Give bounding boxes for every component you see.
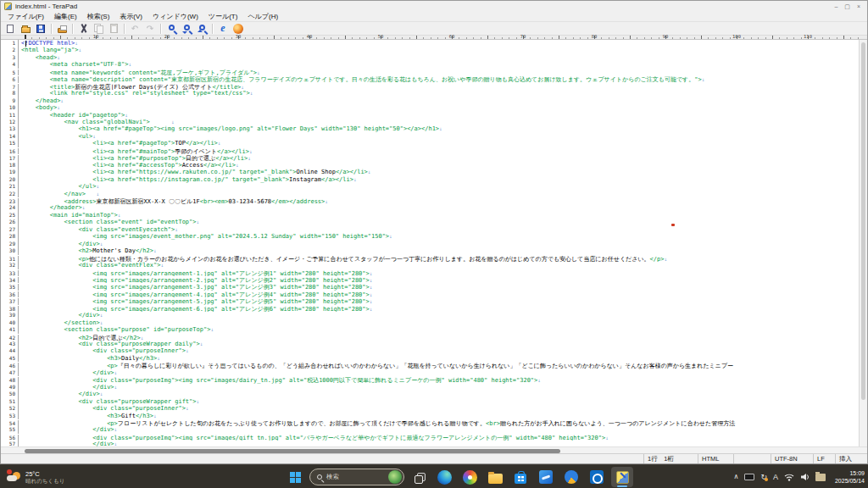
newline-mark: ↓ [370,291,373,297]
store-button[interactable] [509,467,531,487]
minimize-button[interactable]: – [834,1,837,12]
horizontal-scrollbar[interactable] [1,446,867,453]
line-number: 9 [1,97,19,104]
menu-item[interactable]: ファイル(F) [3,12,49,21]
tray-chevron-icon[interactable]: ∧ [734,473,739,481]
search-prev-icon [199,25,205,30]
edge-button[interactable] [433,467,455,487]
code-segment: </div> [21,369,114,376]
new-file-button[interactable] [3,22,18,35]
store-icon [515,474,526,484]
mail-app-button[interactable] [535,467,557,487]
menu-item[interactable]: 検索(S) [82,12,115,21]
newline-mark: ↓ [128,61,131,67]
weather-icon [7,471,21,483]
code-segment: <h2> [21,247,92,254]
code-line: 5 <meta name="keywords" content="花屋,ブーケ,… [1,69,859,75]
code-segment: <div class="purposeInner"> [21,405,186,412]
start-button-button[interactable] [284,467,306,487]
code-segment: 季節のイベント [175,148,217,154]
ruler-number: 40 [307,34,313,39]
line-number: 14 [1,133,19,140]
help-app-button[interactable] [560,467,582,487]
terapad-button[interactable] [611,467,633,487]
photos-button[interactable] [459,467,481,487]
code-line: 34 <img src="images/arrangement-2.jpg" a… [1,276,859,283]
newline-mark: ↓ [702,76,705,82]
task-view-button[interactable] [408,467,430,487]
code-segment: <p> [21,256,89,262]
code-segment: <link href="style.css" rel="stylesheet" … [21,90,250,97]
ruler-number: 20 [164,34,170,39]
ruler-origin-mark [25,35,26,39]
file-explorer-button[interactable] [484,467,506,487]
code-line: 35 <img src="images/arrangement-3.jpg" a… [1,283,859,290]
line-number: 20 [1,176,19,183]
line-number: 36 [1,291,19,297]
line-number: 54 [1,420,19,426]
menu-item[interactable]: ヘルプ(H) [242,12,283,21]
menu-item[interactable]: ツール(T) [203,12,243,21]
code-line: 15 <li><a href="#pageTop">TOP</a></li>↓ [1,140,859,147]
code-line: 45 <h3>Daily</h3>↓ [1,355,859,362]
weather-condition: 晴れのちくもり [25,478,64,485]
undo-icon: ↶ [131,24,138,33]
code-segment: <p> [21,420,118,426]
code-segment: <p> [21,363,118,369]
menu-item[interactable]: 表示(V) [114,12,147,21]
line-number: 39 [1,312,19,319]
code-line: 21 </ul>↓ [1,183,859,190]
code-area[interactable]: 1<!DOCTYPE html>↓2<html lang="ja">↓3 <he… [1,40,859,446]
code-segment: <br><em> [200,198,229,204]
redo-button: ↷ [142,22,158,35]
code-line: 29 </div>↓ [1,241,859,247]
ie-browser-button[interactable]: e [215,22,231,35]
vertical-scrollbar-thumb[interactable] [861,42,865,400]
code-line: 26 <section class="event" id="eventTop">… [1,219,859,225]
sync-tray-icon[interactable]: ↻ [760,473,767,481]
cut-button[interactable] [75,22,91,35]
toolbar-separator [212,24,213,34]
firefox-browser-button[interactable] [231,22,246,35]
line-number: 15 [1,140,19,147]
ruler-number: 80 [592,34,598,39]
clock[interactable]: 15:09 2025/05/14 [832,469,865,485]
display-tray-icon[interactable] [744,474,754,480]
code-segment: </a></li> [203,162,236,169]
horizontal-scrollbar-thumb[interactable] [25,449,560,453]
code-segment: <img src="images/event_mother.png" alt="… [21,233,389,240]
search-next-button[interactable] [179,22,194,35]
newline-mark: ↓ [118,212,121,218]
code-segment: <li><a href="#purposeTop"> [21,155,186,161]
save-button[interactable] [33,22,48,35]
newline-mark: ↓ [197,398,200,404]
newline-mark: ↓ [537,377,541,383]
close-button[interactable]: × [857,1,860,12]
menu-item[interactable]: 編集(E) [49,12,82,21]
code-segment: <h3> [21,355,121,362]
code-segment: </p> [650,256,665,262]
outlook-button[interactable] [586,467,608,487]
vertical-scrollbar[interactable] [859,40,867,446]
toolbar-separator [160,24,161,34]
title-bar: index.html - TeraPad –▢× [1,1,867,12]
code-line: 22 </nav> ↓ [1,191,859,197]
newline-mark: ↓ [114,441,118,446]
menu-item[interactable]: ウィンドウ(W) [147,12,203,21]
weather-widget[interactable]: 25°C 晴れのちくもり [7,467,64,487]
ime-mode-icon[interactable]: A [773,473,778,481]
tray-folder-icon[interactable] [815,474,826,481]
ruler-number: 50 [378,34,384,39]
maximize-button[interactable]: ▢ [844,1,850,12]
line-number: 16 [1,148,19,154]
volume-icon[interactable] [800,469,810,485]
search-button[interactable] [164,22,179,35]
code-segment: 目的で選ぶ [92,335,122,341]
code-segment: <img src="images/arrangement-6.jpg" alt=… [21,306,370,312]
search-pill[interactable]: 検索 [309,469,404,485]
search-prev-button[interactable] [194,22,209,35]
wifi-icon[interactable] [784,469,794,485]
code-segment: <br> [486,420,500,426]
print-button[interactable] [54,22,70,35]
open-file-button[interactable] [18,22,33,35]
